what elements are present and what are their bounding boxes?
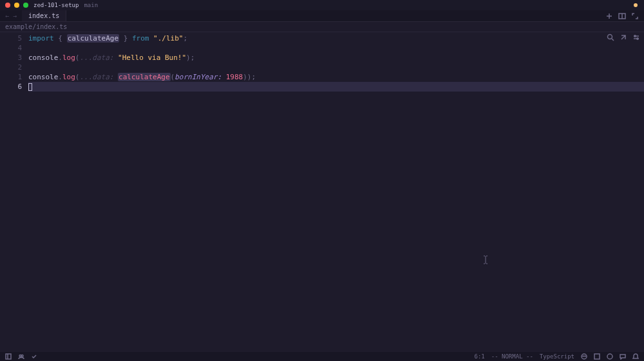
svg-point-7: [582, 354, 587, 359]
new-tab-icon[interactable]: [605, 12, 613, 20]
code-line-current: [28, 82, 644, 92]
notifications-icon[interactable]: [632, 353, 639, 360]
breadcrumb-path: example/index.ts: [5, 23, 67, 30]
search-icon[interactable]: [607, 34, 614, 41]
svg-point-8: [583, 356, 583, 356]
copilot-icon[interactable]: [581, 353, 587, 360]
close-window-icon[interactable]: [5, 3, 10, 8]
split-pane-icon[interactable]: [618, 12, 626, 20]
title-bar: zed-101-setup main: [0, 0, 644, 10]
line-number: 2: [0, 63, 22, 72]
window-controls: [5, 3, 28, 8]
nav-forward-icon[interactable]: →: [13, 12, 17, 19]
code-area[interactable]: import { calculateAge } from "./lib"; co…: [28, 32, 644, 352]
svg-rect-4: [6, 354, 11, 359]
line-number: 4: [0, 43, 22, 53]
gutter: 5 4 3 2 1 6: [0, 32, 28, 352]
editor-toolbar: [607, 34, 640, 41]
terminal-icon[interactable]: [594, 353, 600, 360]
diagnostics-ok-icon[interactable]: [31, 353, 37, 360]
line-number: 3: [0, 53, 22, 63]
tab-index-ts[interactable]: index.ts: [22, 10, 66, 21]
svg-point-3: [637, 38, 638, 39]
code-line: console.log(...data: "Hello via Bun!");: [28, 53, 644, 63]
editor[interactable]: 5 4 3 2 1 6 import { calculateAge } from…: [0, 32, 644, 352]
chat-icon[interactable]: [620, 353, 626, 360]
branch-name[interactable]: main: [84, 2, 98, 8]
expand-icon[interactable]: [631, 12, 639, 20]
tab-tools: [600, 10, 644, 21]
maximize-window-icon[interactable]: [23, 3, 28, 8]
code-line: console.log(...data: calculateAge(bornIn…: [28, 72, 644, 82]
collab-panel-icon[interactable]: [18, 353, 24, 360]
code-line: [28, 63, 644, 72]
inline-assist-icon[interactable]: [620, 34, 627, 41]
line-number: 5: [0, 34, 22, 43]
svg-point-1: [608, 35, 612, 39]
nav-buttons: ← →: [0, 10, 22, 21]
minimize-window-icon[interactable]: [14, 3, 19, 8]
svg-point-2: [634, 35, 636, 37]
vim-mode: -- NORMAL --: [491, 353, 533, 360]
svg-point-9: [585, 356, 585, 356]
project-name[interactable]: zed-101-setup: [33, 2, 79, 8]
line-number: 6: [0, 82, 22, 92]
svg-rect-10: [594, 354, 600, 359]
block-cursor-icon: [28, 83, 32, 91]
feedback-icon[interactable]: [607, 353, 613, 360]
cursor-position[interactable]: 6:1: [475, 353, 485, 360]
svg-point-11: [607, 354, 612, 359]
code-line: [28, 43, 644, 53]
status-bar: 6:1 -- NORMAL -- TypeScript: [0, 352, 644, 361]
update-indicator-icon[interactable]: [634, 3, 638, 7]
line-number: 1: [0, 72, 22, 82]
breadcrumb[interactable]: example/index.ts: [0, 22, 644, 32]
code-line: import { calculateAge } from "./lib";: [28, 34, 644, 43]
nav-back-icon[interactable]: ←: [5, 12, 9, 19]
tab-label: index.ts: [28, 12, 59, 19]
settings-icon[interactable]: [632, 34, 640, 41]
language-mode[interactable]: TypeScript: [540, 353, 574, 360]
project-panel-icon[interactable]: [5, 353, 12, 360]
svg-point-6: [21, 355, 23, 357]
tab-bar: ← → index.ts: [0, 10, 644, 22]
